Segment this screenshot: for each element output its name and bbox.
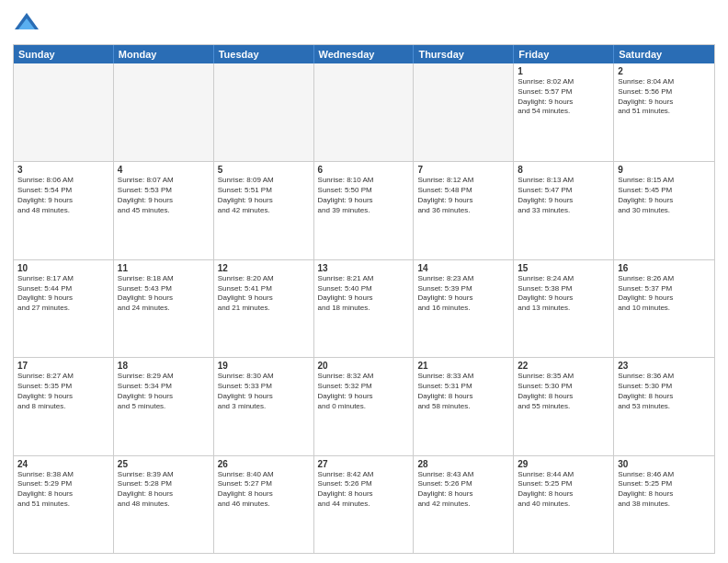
cell-info: Sunrise: 8:43 AM Sunset: 5:26 PM Dayligh…	[417, 470, 509, 510]
cell-info: Sunrise: 8:06 AM Sunset: 5:54 PM Dayligh…	[17, 176, 109, 215]
day-number: 24	[17, 459, 109, 469]
calendar-cell-day-22: 22Sunrise: 8:35 AM Sunset: 5:30 PM Dayli…	[514, 358, 614, 454]
calendar-cell-day-19: 19Sunrise: 8:30 AM Sunset: 5:33 PM Dayli…	[214, 358, 314, 454]
cell-info: Sunrise: 8:15 AM Sunset: 5:45 PM Dayligh…	[618, 176, 711, 215]
calendar-cell-day-7: 7Sunrise: 8:12 AM Sunset: 5:48 PM Daylig…	[414, 162, 514, 259]
calendar-cell-day-30: 30Sunrise: 8:46 AM Sunset: 5:25 PM Dayli…	[614, 456, 714, 553]
cell-info: Sunrise: 8:21 AM Sunset: 5:40 PM Dayligh…	[318, 274, 410, 314]
day-number: 18	[118, 361, 210, 371]
calendar-row-1: 1Sunrise: 8:02 AM Sunset: 5:57 PM Daylig…	[14, 63, 714, 161]
day-number: 30	[618, 459, 711, 469]
cell-info: Sunrise: 8:29 AM Sunset: 5:34 PM Dayligh…	[118, 372, 210, 411]
cell-info: Sunrise: 8:36 AM Sunset: 5:30 PM Dayligh…	[618, 372, 711, 411]
cell-info: Sunrise: 8:20 AM Sunset: 5:41 PM Dayligh…	[218, 274, 310, 314]
weekday-header-thursday: Thursday	[414, 45, 514, 63]
calendar-cell-day-18: 18Sunrise: 8:29 AM Sunset: 5:34 PM Dayli…	[114, 358, 214, 454]
cell-info: Sunrise: 8:18 AM Sunset: 5:43 PM Dayligh…	[118, 274, 210, 314]
day-number: 5	[218, 165, 310, 175]
day-number: 29	[518, 459, 609, 469]
day-number: 21	[417, 361, 509, 371]
day-number: 9	[618, 165, 711, 175]
cell-info: Sunrise: 8:46 AM Sunset: 5:25 PM Dayligh…	[618, 470, 711, 510]
cell-info: Sunrise: 8:04 AM Sunset: 5:56 PM Dayligh…	[618, 77, 711, 117]
day-number: 12	[218, 263, 310, 273]
calendar-cell-empty-0-2	[214, 63, 314, 161]
cell-info: Sunrise: 8:35 AM Sunset: 5:30 PM Dayligh…	[518, 372, 609, 411]
cell-info: Sunrise: 8:26 AM Sunset: 5:37 PM Dayligh…	[618, 274, 711, 314]
weekday-header-tuesday: Tuesday	[214, 45, 314, 63]
calendar-cell-empty-0-1	[114, 63, 214, 161]
day-number: 15	[518, 263, 609, 273]
day-number: 17	[17, 361, 109, 371]
calendar-cell-day-6: 6Sunrise: 8:10 AM Sunset: 5:50 PM Daylig…	[314, 162, 415, 259]
calendar-row-2: 3Sunrise: 8:06 AM Sunset: 5:54 PM Daylig…	[14, 161, 714, 259]
calendar-cell-day-12: 12Sunrise: 8:20 AM Sunset: 5:41 PM Dayli…	[214, 260, 314, 357]
logo-icon	[13, 9, 40, 37]
calendar-cell-day-29: 29Sunrise: 8:44 AM Sunset: 5:25 PM Dayli…	[514, 456, 614, 553]
calendar-cell-day-17: 17Sunrise: 8:27 AM Sunset: 5:35 PM Dayli…	[14, 358, 114, 454]
calendar: SundayMondayTuesdayWednesdayThursdayFrid…	[13, 44, 715, 554]
cell-info: Sunrise: 8:24 AM Sunset: 5:38 PM Dayligh…	[518, 274, 609, 314]
day-number: 19	[218, 361, 310, 371]
calendar-cell-day-5: 5Sunrise: 8:09 AM Sunset: 5:51 PM Daylig…	[214, 162, 314, 259]
cell-info: Sunrise: 8:23 AM Sunset: 5:39 PM Dayligh…	[417, 274, 509, 314]
cell-info: Sunrise: 8:38 AM Sunset: 5:29 PM Dayligh…	[17, 470, 109, 510]
calendar-cell-day-25: 25Sunrise: 8:39 AM Sunset: 5:28 PM Dayli…	[114, 456, 214, 553]
cell-info: Sunrise: 8:10 AM Sunset: 5:50 PM Dayligh…	[318, 176, 410, 215]
day-number: 2	[618, 66, 711, 76]
calendar-cell-day-3: 3Sunrise: 8:06 AM Sunset: 5:54 PM Daylig…	[14, 162, 114, 259]
day-number: 23	[618, 361, 711, 371]
cell-info: Sunrise: 8:40 AM Sunset: 5:27 PM Dayligh…	[218, 470, 310, 510]
day-number: 26	[218, 459, 310, 469]
day-number: 4	[118, 165, 210, 175]
day-number: 14	[417, 263, 509, 273]
calendar-cell-day-8: 8Sunrise: 8:13 AM Sunset: 5:47 PM Daylig…	[514, 162, 614, 259]
calendar-cell-day-16: 16Sunrise: 8:26 AM Sunset: 5:37 PM Dayli…	[614, 260, 714, 357]
calendar-cell-day-24: 24Sunrise: 8:38 AM Sunset: 5:29 PM Dayli…	[14, 456, 114, 553]
calendar-cell-day-20: 20Sunrise: 8:32 AM Sunset: 5:32 PM Dayli…	[314, 358, 415, 454]
calendar-cell-day-11: 11Sunrise: 8:18 AM Sunset: 5:43 PM Dayli…	[114, 260, 214, 357]
day-number: 27	[318, 459, 410, 469]
cell-info: Sunrise: 8:09 AM Sunset: 5:51 PM Dayligh…	[218, 176, 310, 215]
day-number: 28	[417, 459, 509, 469]
cell-info: Sunrise: 8:44 AM Sunset: 5:25 PM Dayligh…	[518, 470, 609, 510]
cell-info: Sunrise: 8:02 AM Sunset: 5:57 PM Dayligh…	[518, 77, 609, 117]
header	[13, 9, 715, 37]
calendar-cell-day-14: 14Sunrise: 8:23 AM Sunset: 5:39 PM Dayli…	[414, 260, 514, 357]
cell-info: Sunrise: 8:42 AM Sunset: 5:26 PM Dayligh…	[318, 470, 410, 510]
weekday-header-wednesday: Wednesday	[314, 45, 415, 63]
day-number: 6	[318, 165, 410, 175]
weekday-header-sunday: Sunday	[14, 45, 114, 63]
weekday-header-friday: Friday	[514, 45, 614, 63]
day-number: 16	[618, 263, 711, 273]
calendar-cell-day-4: 4Sunrise: 8:07 AM Sunset: 5:53 PM Daylig…	[114, 162, 214, 259]
cell-info: Sunrise: 8:07 AM Sunset: 5:53 PM Dayligh…	[118, 176, 210, 215]
calendar-cell-day-10: 10Sunrise: 8:17 AM Sunset: 5:44 PM Dayli…	[14, 260, 114, 357]
day-number: 7	[417, 165, 509, 175]
weekday-header-monday: Monday	[114, 45, 214, 63]
cell-info: Sunrise: 8:32 AM Sunset: 5:32 PM Dayligh…	[318, 372, 410, 411]
day-number: 25	[118, 459, 210, 469]
calendar-cell-day-23: 23Sunrise: 8:36 AM Sunset: 5:30 PM Dayli…	[614, 358, 714, 454]
calendar-cell-empty-0-3	[314, 63, 415, 161]
calendar-cell-empty-0-4	[414, 63, 514, 161]
calendar-row-3: 10Sunrise: 8:17 AM Sunset: 5:44 PM Dayli…	[14, 259, 714, 357]
calendar-header: SundayMondayTuesdayWednesdayThursdayFrid…	[14, 45, 714, 63]
day-number: 8	[518, 165, 609, 175]
calendar-cell-day-2: 2Sunrise: 8:04 AM Sunset: 5:56 PM Daylig…	[614, 63, 714, 161]
calendar-cell-day-9: 9Sunrise: 8:15 AM Sunset: 5:45 PM Daylig…	[614, 162, 714, 259]
day-number: 22	[518, 361, 609, 371]
calendar-cell-day-1: 1Sunrise: 8:02 AM Sunset: 5:57 PM Daylig…	[514, 63, 614, 161]
calendar-cell-day-27: 27Sunrise: 8:42 AM Sunset: 5:26 PM Dayli…	[314, 456, 415, 553]
cell-info: Sunrise: 8:39 AM Sunset: 5:28 PM Dayligh…	[118, 470, 210, 510]
day-number: 11	[118, 263, 210, 273]
logo	[13, 9, 44, 37]
cell-info: Sunrise: 8:13 AM Sunset: 5:47 PM Dayligh…	[518, 176, 609, 215]
calendar-row-5: 24Sunrise: 8:38 AM Sunset: 5:29 PM Dayli…	[14, 455, 714, 553]
day-number: 1	[518, 66, 609, 76]
calendar-cell-day-21: 21Sunrise: 8:33 AM Sunset: 5:31 PM Dayli…	[414, 358, 514, 454]
calendar-cell-day-28: 28Sunrise: 8:43 AM Sunset: 5:26 PM Dayli…	[414, 456, 514, 553]
cell-info: Sunrise: 8:30 AM Sunset: 5:33 PM Dayligh…	[218, 372, 310, 411]
cell-info: Sunrise: 8:27 AM Sunset: 5:35 PM Dayligh…	[17, 372, 109, 411]
day-number: 3	[17, 165, 109, 175]
